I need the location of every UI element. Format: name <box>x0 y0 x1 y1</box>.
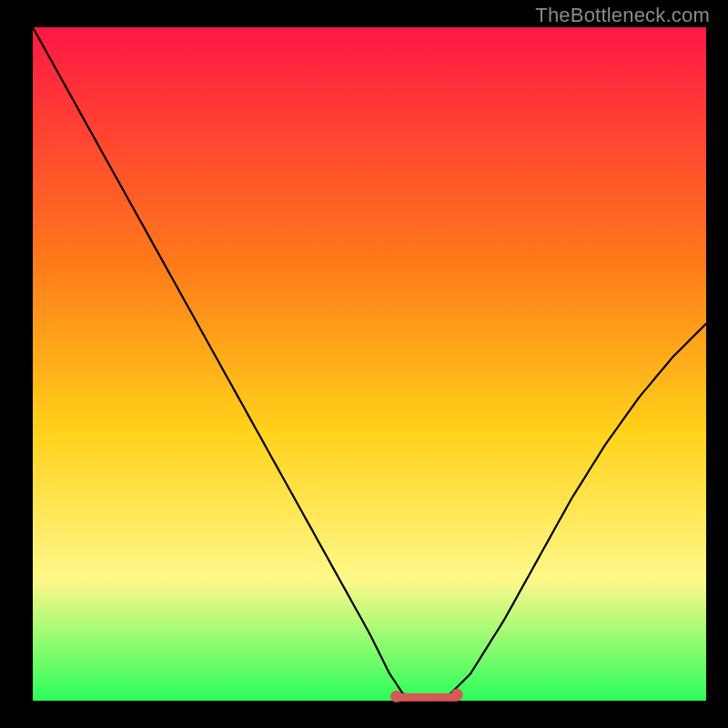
bottleneck-chart <box>0 0 728 728</box>
optimal-range-end-dot <box>451 689 463 701</box>
optimal-range-start-dot <box>390 691 402 703</box>
chart-frame: { "watermark": "TheBottleneck.com", "col… <box>0 0 728 728</box>
plot-background <box>33 27 706 701</box>
watermark-text: TheBottleneck.com <box>535 4 710 27</box>
